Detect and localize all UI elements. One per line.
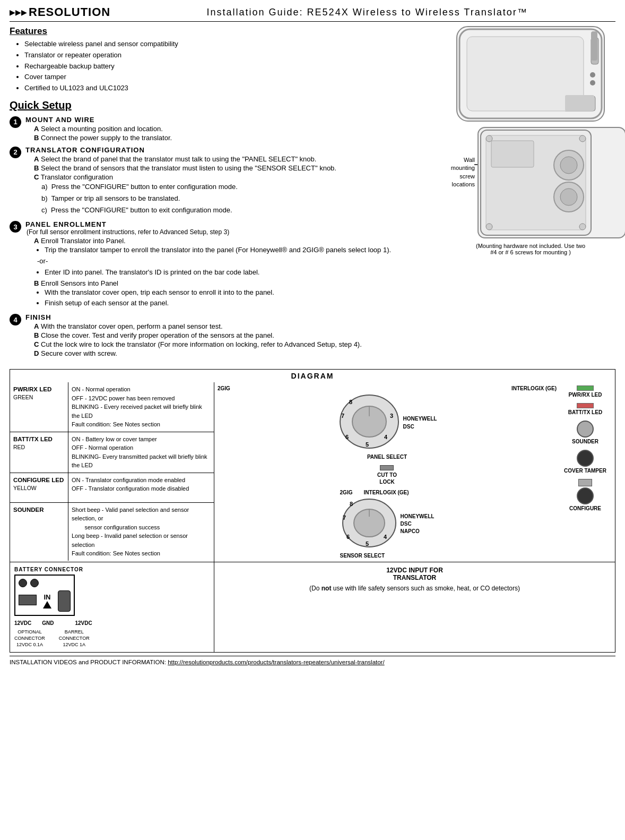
step-3-content: PANEL ENROLLMENT (For full sensor enroll… bbox=[25, 220, 440, 309]
step-num-3: 3 bbox=[10, 221, 21, 233]
footer-text: INSTALLATION VIDEOS and PRODUCT INFORMAT… bbox=[10, 659, 168, 665]
svg-point-4 bbox=[590, 72, 595, 78]
led-label-sounder: SOUNDER bbox=[10, 503, 68, 561]
battery-circle-2 bbox=[30, 579, 39, 587]
diagram-right: 2GIG INTERLOGIX (GE) 8 bbox=[214, 382, 615, 562]
step-2c-c: c) Press the "CONFIGURE" button to exit … bbox=[41, 204, 440, 216]
step-3: 3 PANEL ENROLLMENT (For full sensor enro… bbox=[10, 220, 440, 309]
panel-top-labels: 2GIG INTERLOGIX (GE) bbox=[218, 385, 557, 391]
quick-setup-heading: Quick Setup bbox=[10, 99, 440, 112]
step-4a: A With the translator cover open, perfor… bbox=[34, 322, 440, 330]
battery-circles bbox=[19, 579, 71, 587]
battery-left: BATTERY CONNECTOR IN bbox=[10, 562, 214, 652]
batt-tx-led-rect bbox=[577, 403, 594, 408]
step-2c: C Translator configuration a) Press the … bbox=[34, 173, 440, 216]
svg-text:7: 7 bbox=[341, 413, 344, 419]
step-2: 2 TRANSLATOR CONFIGURATION A Select the … bbox=[10, 146, 440, 216]
svg-rect-1 bbox=[591, 38, 598, 64]
opt-conn-circles bbox=[19, 595, 37, 605]
svg-text:8: 8 bbox=[350, 501, 353, 507]
step-3b-bullets: With the translator cover open, trip eac… bbox=[45, 287, 440, 310]
cut-to-lock: CUT TOLOCK bbox=[377, 465, 397, 485]
safety-note: (Do not use with life safety sensors suc… bbox=[309, 585, 520, 592]
voltage-labels: 12VDC GND 12VDC bbox=[14, 620, 210, 626]
feature-item: Cover tamper bbox=[24, 72, 440, 83]
step-2-content: TRANSLATOR CONFIGURATION A Select the br… bbox=[25, 146, 440, 216]
cut-to-lock-label: CUT TOLOCK bbox=[377, 472, 397, 485]
cut-rect bbox=[380, 465, 394, 470]
sounder-indicator: SOUNDER bbox=[572, 421, 598, 444]
led-row-pwr: PWR/RX LED GREEN ON - Normal operation O… bbox=[10, 382, 214, 432]
device-open-image bbox=[478, 127, 625, 238]
svg-text:4: 4 bbox=[384, 534, 387, 540]
optional-labels: OPTIONALCONNECTOR12VDC 0.1A BARRELCONNEC… bbox=[14, 629, 210, 648]
led-desc-configure: ON - Translator configuration mode enabl… bbox=[68, 473, 214, 502]
sensor-label-2gig: 2GIG bbox=[340, 490, 353, 495]
features-heading: Features bbox=[10, 26, 440, 37]
battery-connectors: IN bbox=[19, 590, 71, 612]
led-label-batt: BATT/TX LED RED bbox=[10, 432, 68, 473]
led-desc-batt: ON - Battery low or cover tamper OFF - N… bbox=[68, 432, 214, 473]
sensor-select-dial: 8 7 6 5 4 bbox=[340, 496, 398, 550]
header: ▶▶▶ RESOLUTION Installation Guide: RE524… bbox=[10, 5, 615, 22]
svg-point-14 bbox=[560, 188, 577, 205]
step-4-title: FINISH bbox=[25, 313, 440, 321]
sensor-dial-row: 8 7 6 5 4 HONEYWELL DSC NAPCO bbox=[340, 496, 435, 551]
step-2c-a: a) Press the "CONFIGURE" button to enter… bbox=[41, 181, 440, 193]
battery-label: BATTERY CONNECTOR bbox=[14, 567, 210, 572]
sensor-select-label: SENSOR SELECT bbox=[340, 553, 435, 559]
arrow-up-icon bbox=[43, 601, 51, 608]
feature-item: Certified to UL1023 and ULC1023 bbox=[24, 83, 440, 94]
sensor-top-labels: 2GIG INTERLOGIX (GE) bbox=[340, 490, 409, 495]
svg-text:7: 7 bbox=[343, 515, 346, 521]
svg-point-12 bbox=[560, 157, 577, 174]
pwr-rx-led-label: PWR/RX LED bbox=[569, 392, 602, 398]
panel-select-area: 2GIG INTERLOGIX (GE) 8 bbox=[218, 385, 557, 559]
step-2b: B Select the brand of sensors that the t… bbox=[34, 164, 440, 172]
panel-dsc: DSC bbox=[403, 424, 437, 430]
feature-item: Rechargeable backup battery bbox=[24, 61, 440, 72]
step-2-title: TRANSLATOR CONFIGURATION bbox=[25, 146, 440, 154]
device-open-svg bbox=[479, 128, 593, 237]
sensor-select-area: 2GIG INTERLOGIX (GE) 8 7 bbox=[340, 490, 435, 559]
step-4d: D Secure cover with screw. bbox=[34, 349, 440, 357]
panel-dial-container: 8 7 6 5 4 3 bbox=[337, 392, 401, 452]
svg-point-5 bbox=[590, 80, 595, 85]
barrel-connector bbox=[58, 590, 71, 612]
configure-button[interactable] bbox=[577, 487, 594, 504]
battery-circle-1 bbox=[19, 579, 27, 587]
input-label: 12VDC INPUT FORTRANSLATOR bbox=[386, 567, 443, 581]
footer-url[interactable]: http://resolutionproducts.com/products/t… bbox=[168, 659, 384, 665]
diag-right-inner: 2GIG INTERLOGIX (GE) 8 bbox=[218, 385, 612, 559]
top-left: Features Selectable wireless panel and s… bbox=[10, 26, 440, 362]
batt-tx-indicator: BATT/TX LED bbox=[568, 403, 602, 415]
sensor-label-interlogix: INTERLOGIX (GE) bbox=[364, 490, 409, 495]
configure-rect bbox=[578, 479, 592, 486]
led-row-batt: BATT/TX LED RED ON - Battery low or cove… bbox=[10, 432, 214, 473]
step-1b-label: B bbox=[34, 134, 39, 142]
led-label-configure: CONFIGURE LED YELLOW bbox=[10, 473, 68, 502]
optional-connector-label: OPTIONALCONNECTOR12VDC 0.1A bbox=[14, 629, 45, 648]
mounting-note: (Mounting hardware not included. Use two… bbox=[456, 243, 605, 255]
step-4c: C Cut the lock wire to lock the translat… bbox=[34, 340, 440, 348]
panel-label-2gig: 2GIG bbox=[218, 385, 230, 391]
panel-label-interlogix: INTERLOGIX (GE) bbox=[511, 385, 557, 391]
pwr-rx-led-rect bbox=[577, 385, 594, 391]
sounder-label: SOUNDER bbox=[572, 439, 598, 444]
device-open-wrapper: Wall mountingscrew locations bbox=[446, 127, 615, 241]
voltage-12vdc: 12VDC bbox=[14, 620, 31, 626]
step-2c-b: b) Tamper or trip all sensors to be tran… bbox=[41, 193, 440, 204]
svg-text:6: 6 bbox=[346, 534, 350, 540]
led-label-pwr: PWR/RX LED GREEN bbox=[10, 382, 68, 432]
device-closed-image bbox=[456, 26, 605, 122]
in-label: IN bbox=[44, 593, 51, 601]
step-3a-bullets: Trip the translator tamper to enroll the… bbox=[45, 245, 440, 278]
logo-text: RESOLUTION bbox=[29, 5, 110, 19]
sensor-dial-container: 8 7 6 5 4 bbox=[340, 496, 398, 551]
battery-right: 12VDC INPUT FORTRANSLATOR (Do not use wi… bbox=[214, 562, 615, 652]
svg-point-17 bbox=[486, 224, 492, 230]
panel-right-labels: HONEYWELL DSC bbox=[403, 416, 437, 430]
in-arrow: IN bbox=[43, 593, 51, 610]
led-table: PWR/RX LED GREEN ON - Normal operation O… bbox=[10, 382, 214, 562]
features-list: Selectable wireless panel and sensor com… bbox=[24, 39, 440, 94]
